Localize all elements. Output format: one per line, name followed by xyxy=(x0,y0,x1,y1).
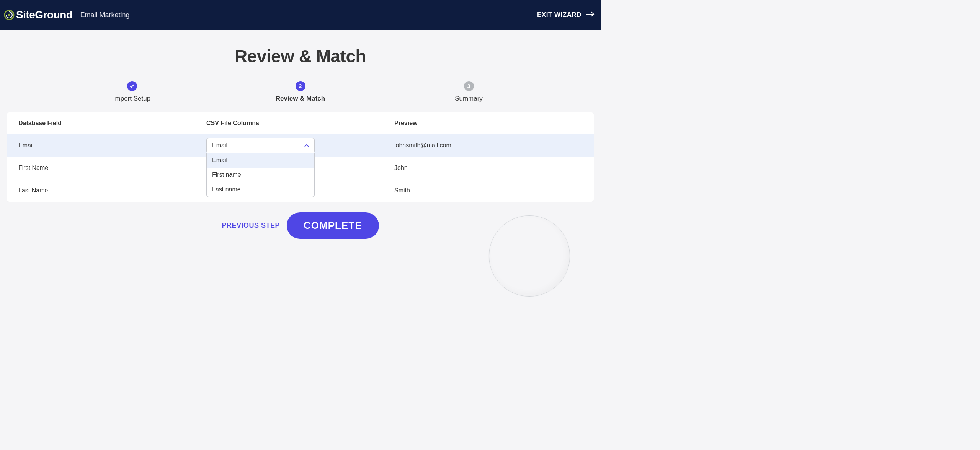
dropdown-option-first-name[interactable]: First name xyxy=(207,168,314,182)
step-review-match: 2 Review & Match xyxy=(266,81,335,103)
dropdown-option-last-name[interactable]: Last name xyxy=(207,182,314,197)
header-left: SiteGround Email Marketing xyxy=(4,7,130,23)
header-subtitle: Email Marketing xyxy=(80,11,129,19)
wizard-actions: PREVIOUS STEP COMPLETE xyxy=(0,212,601,239)
step-label: Import Setup xyxy=(113,95,150,103)
col-header-preview: Preview xyxy=(394,120,582,127)
db-field-cell: Email xyxy=(18,142,206,149)
table-row: Email Email Email First name Last name j… xyxy=(7,134,594,157)
csv-column-select-wrap: Email Email First name Last name xyxy=(206,138,315,153)
table-header-row: Database Field CSV File Columns Preview xyxy=(7,112,594,134)
csv-column-cell: Email Email First name Last name xyxy=(206,138,394,153)
swirl-icon xyxy=(4,10,15,20)
mapping-table-card: Database Field CSV File Columns Preview … xyxy=(7,112,594,202)
step-circle-active: 2 xyxy=(296,81,305,91)
csv-column-dropdown: Email First name Last name xyxy=(206,153,315,197)
select-value: Email xyxy=(212,142,227,149)
preview-cell: John xyxy=(394,165,582,171)
step-connector xyxy=(335,86,434,86)
csv-column-select[interactable]: Email xyxy=(206,138,315,153)
check-icon xyxy=(130,83,134,89)
preview-cell: Smith xyxy=(394,187,582,194)
step-connector xyxy=(167,86,266,86)
brand-logo: SiteGround xyxy=(4,7,72,23)
app-header: SiteGround Email Marketing EXIT WIZARD xyxy=(0,0,601,30)
brand-name: SiteGround xyxy=(16,9,72,21)
wizard-stepper: Import Setup 2 Review & Match 3 Summary xyxy=(98,81,503,103)
step-circle-done xyxy=(127,81,137,91)
db-field-cell: First Name xyxy=(18,165,206,171)
arrow-right-icon xyxy=(585,11,595,19)
col-header-csv: CSV File Columns xyxy=(206,120,394,127)
complete-button[interactable]: COMPLETE xyxy=(287,212,379,239)
dropdown-option-email[interactable]: Email xyxy=(207,153,314,168)
col-header-db: Database Field xyxy=(18,120,206,127)
chevron-up-icon xyxy=(304,142,309,149)
page-title: Review & Match xyxy=(0,46,601,67)
step-label: Summary xyxy=(455,95,483,103)
db-field-cell: Last Name xyxy=(18,187,206,194)
exit-wizard-button[interactable]: EXIT WIZARD xyxy=(537,11,595,19)
step-import-setup: Import Setup xyxy=(98,81,167,103)
previous-step-button[interactable]: PREVIOUS STEP xyxy=(222,222,280,230)
step-label: Review & Match xyxy=(276,95,325,103)
step-summary: 3 Summary xyxy=(434,81,503,103)
svg-point-1 xyxy=(8,14,10,16)
exit-wizard-label: EXIT WIZARD xyxy=(537,11,581,19)
step-circle-pending: 3 xyxy=(464,81,474,91)
preview-cell: johnsmith@mail.com xyxy=(394,142,582,149)
